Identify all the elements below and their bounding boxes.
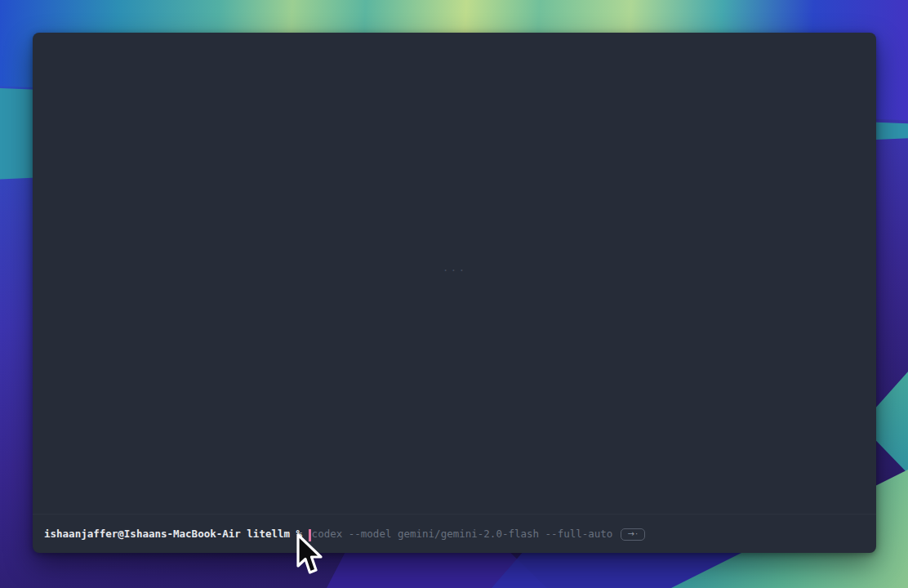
autosuggestion-text: codex --model gemini/gemini-2.0-flash --…: [312, 528, 613, 541]
terminal-loading-ellipsis: ···: [443, 264, 466, 276]
terminal-prompt-line[interactable]: ishaanjaffer@Ishaans-MacBook-Air litellm…: [44, 528, 645, 541]
tab-hint-badge: →·: [621, 528, 645, 541]
shell-prompt-text: ishaanjaffer@Ishaans-MacBook-Air litellm…: [44, 528, 309, 541]
desktop: ··· ishaanjaffer@Ishaans-MacBook-Air lit…: [0, 0, 908, 588]
terminal-seam-line: [33, 514, 876, 514]
terminal-window[interactable]: ··· ishaanjaffer@Ishaans-MacBook-Air lit…: [33, 33, 876, 553]
text-caret: [309, 529, 311, 541]
